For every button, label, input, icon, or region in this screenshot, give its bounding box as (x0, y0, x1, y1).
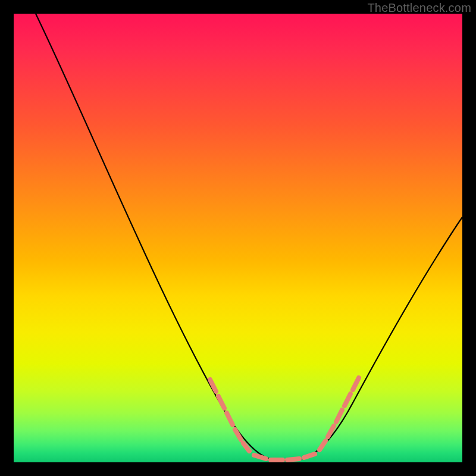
svg-line-2 (227, 413, 233, 425)
svg-line-8 (304, 454, 315, 458)
svg-line-13 (353, 378, 359, 390)
chart-frame: TheBottleneck.com (0, 0, 476, 476)
plot-area (14, 14, 462, 462)
svg-line-3 (235, 430, 241, 440)
bottleneck-curve (36, 14, 462, 461)
attribution-watermark: TheBottleneck.com (367, 1, 471, 15)
svg-line-11 (336, 410, 342, 422)
curve-layer (14, 14, 462, 462)
svg-line-9 (320, 441, 325, 450)
svg-line-0 (210, 380, 216, 392)
floor-dash-markers (210, 378, 359, 460)
svg-line-5 (254, 455, 266, 459)
svg-line-12 (345, 394, 350, 406)
svg-line-1 (218, 396, 224, 408)
svg-line-7 (287, 459, 299, 460)
